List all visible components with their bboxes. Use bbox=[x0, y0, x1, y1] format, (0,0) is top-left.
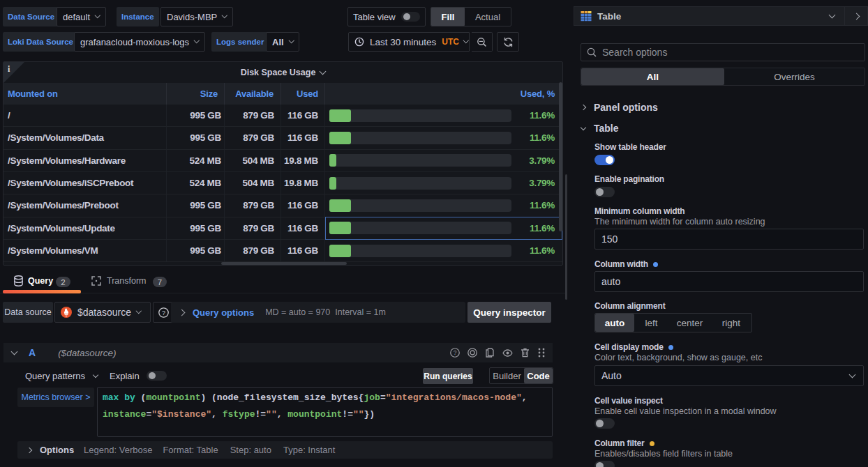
svg-text:?: ? bbox=[454, 349, 457, 356]
svg-text:?: ? bbox=[161, 309, 165, 316]
